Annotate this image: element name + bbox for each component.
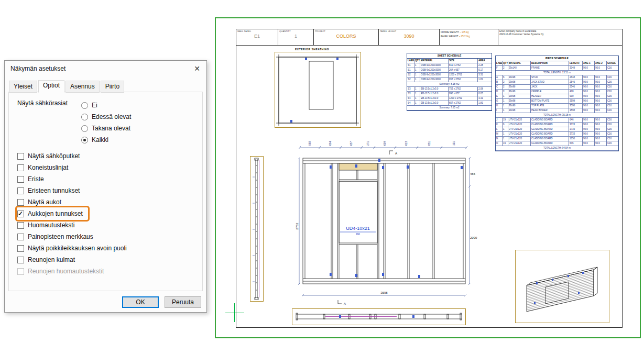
right-dimension-bottom: 2090 xyxy=(470,236,477,239)
electric-boxes-group-label: Näytä sähkörasiat xyxy=(17,99,81,146)
table-row: I139x98HEAD BINDER359890.090.0C16 xyxy=(496,108,618,113)
checkbox[interactable] xyxy=(17,211,24,217)
table-header-row: LABELQTYMATERIALDESCRIPTIONLENGTHANG 1AN… xyxy=(496,61,618,66)
titleblock-panel-height: PANEL HEIGHT 3090 xyxy=(379,29,440,45)
checkbox-row-näytä-poikkileikkauksen-avoin-puoli[interactable]: Näytä poikkileikkauksen avoin puoli xyxy=(17,242,202,254)
radio-option-kaikki[interactable]: Kaikki xyxy=(81,134,131,146)
table-row: S21OSB-9x1200x30001200 x 27623.31 xyxy=(407,73,492,78)
checkbox[interactable] xyxy=(17,153,24,160)
dialog-title: Näkymän asetukset xyxy=(10,65,66,72)
checkbox[interactable] xyxy=(17,199,24,206)
tab-optiot[interactable]: Optiot xyxy=(38,80,64,93)
checkbox-row-painopisteen-merkkaus[interactable]: Painopisteen merkkaus xyxy=(17,231,202,242)
table-row: S31EB-13.5x1.2x3.0990 x 6570.65 xyxy=(407,92,492,96)
table-row: S31EB-13.5x1.2x3.0753 x 27622.08 xyxy=(407,87,492,92)
checkbox[interactable] xyxy=(17,268,24,275)
checkbox[interactable] xyxy=(17,245,24,252)
checkbox-row-näytä-aukot[interactable]: Näytä aukot xyxy=(17,196,202,208)
checkbox-label: Näytä aukot xyxy=(28,198,61,206)
electric-boxes-section: Näytä sähkörasiat EiEdessä olevatTakana … xyxy=(17,99,202,146)
table-row: A639x98STUD264890.090.0C16 xyxy=(496,75,618,80)
panel-weight-line: PANEL WEIGHT ~ 252.3 kg xyxy=(441,35,497,38)
checkbox-row-reunojen-kulmat[interactable]: Reunojen kulmat xyxy=(17,254,202,265)
table-row: TOTAL LENGTH: 94.54 m xyxy=(496,146,618,151)
checkbox-row-aukkojen-tunnukset[interactable]: Aukkojen tunnukset xyxy=(17,208,88,219)
table-row: S11OSB-9x1200x3000264 x 6570.17 xyxy=(407,68,492,73)
titleblock-wall-panel: WALL PANEL E1 xyxy=(236,29,278,45)
checkbox[interactable] xyxy=(17,187,24,194)
electric-boxes-radio-group: EiEdessä olevatTakana olevatKaikki xyxy=(81,99,131,146)
tab-piirto[interactable]: Piirto xyxy=(101,81,124,93)
checkbox-label: Aukkojen tunnukset xyxy=(28,210,83,217)
tab-yleiset[interactable]: Yleiset xyxy=(9,81,37,93)
quantity-label: QUANTITY xyxy=(279,30,312,32)
table-row: TOTAL LENGTH: 35.18 m xyxy=(496,113,618,118)
exterior-sheathing-view xyxy=(275,52,361,128)
table-row: S41EB-13.5x1.2x3.01200 x 27623.31 xyxy=(407,96,492,101)
radio-option-takana-olevat[interactable]: Takana olevat xyxy=(81,123,131,134)
dimension-label: 657 xyxy=(350,141,353,146)
radio-circle[interactable] xyxy=(81,102,88,109)
titleblock-weights: FRAME WEIGHT ~ 175 kg PANEL WEIGHT ~ 252… xyxy=(440,29,498,45)
table-row: J19UTV-21x120CLADDING BOARD64690.090.0C1… xyxy=(496,118,618,123)
checkbox-label: Näytä poikkileikkauksen avoin puoli xyxy=(28,245,127,252)
dimension-label: 613 xyxy=(405,141,408,146)
radio-label: Kaikki xyxy=(92,136,108,143)
table-row: E139x98HEADER99090.090.0C16 xyxy=(496,94,618,99)
dimension-label: 271 xyxy=(366,141,369,146)
view-settings-dialog: Näkymän asetukset ✕ YleisetOptiotAsennus… xyxy=(4,60,207,313)
piece-schedule-table: PIECE SCHEDULELABELQTYMATERIALDESCRIPTIO… xyxy=(495,56,619,151)
radio-label: Ei xyxy=(92,102,97,109)
isometric-view xyxy=(515,250,609,323)
checkbox-row-eristeen-tunnukset[interactable]: Eristeen tunnukset xyxy=(17,185,202,196)
checkbox[interactable] xyxy=(17,164,24,171)
checkbox[interactable] xyxy=(17,176,24,183)
radio-circle[interactable] xyxy=(81,125,88,132)
table-row: L1UTV-21x120CLADDING BOARD373390.090.0C1… xyxy=(496,127,618,132)
checkbox-row-näytä-sähköputket[interactable]: Näytä sähköputket xyxy=(17,150,202,162)
section-marker-top: A xyxy=(395,152,397,155)
table-row: K6UTV-21x120CLADDING BOARD373390.090.0C1… xyxy=(496,123,618,127)
project-value: COLORS xyxy=(315,34,377,39)
top-dimension-row: 558 604 657 271 609 613 851 131 xyxy=(297,131,470,150)
table-row: O19UTV-21x120CLADDING BOARD64690.090.0C1… xyxy=(496,141,618,146)
right-dimension-top: 456 xyxy=(470,172,476,175)
sheathing-window-opening xyxy=(309,61,333,109)
tab-asennus[interactable]: Asennus xyxy=(66,81,100,93)
table-row: G139x98BOTTOM PLATE359890.090.0C16 xyxy=(496,99,618,104)
tab-strip: YleisetOptiotAsennusPiirto xyxy=(5,81,206,92)
options-checkbox-list: Näytä sähköputketKoneistuslinjatEristeEr… xyxy=(17,150,202,277)
radio-label: Edessä olevat xyxy=(92,113,131,120)
ok-button[interactable]: OK xyxy=(122,296,159,308)
checkbox-row-eriste[interactable]: Eriste xyxy=(17,173,202,185)
close-icon: ✕ xyxy=(194,64,200,73)
radio-label: Takana olevat xyxy=(92,125,130,132)
opening-type-label: UD4-10x21 xyxy=(346,226,370,231)
screen: Näkymän asetukset ✕ YleisetOptiotAsennus… xyxy=(0,0,644,343)
checkbox[interactable] xyxy=(17,234,24,240)
date-customer-line: 2023-10-28 Customer: Vertex Systems Oy xyxy=(499,33,621,36)
checkbox-label: Koneistuslinjat xyxy=(28,164,68,171)
checkbox-label: Painopisteen merkkaus xyxy=(28,233,93,240)
checkbox-row-reunojen-huomautustekstit[interactable]: Reunojen huomautustekstit xyxy=(17,265,202,277)
checkbox[interactable] xyxy=(17,257,24,263)
radio-circle[interactable] xyxy=(81,137,88,143)
dialog-titlebar[interactable]: Näkymän asetukset ✕ xyxy=(5,61,206,76)
checkbox-row-koneistuslinjat[interactable]: Koneistuslinjat xyxy=(17,162,202,173)
table-row: M1UTV-21x120CLADDING BOARD373390.090.0C1… xyxy=(496,132,618,137)
cad-viewport[interactable]: WALL PANEL E1 QUANTITY 1 PROJECT COLORS … xyxy=(215,17,641,338)
radio-option-ei[interactable]: Ei xyxy=(81,99,131,111)
table-row: N1UTV-21x120CLADDING BOARD105090.090.0C1… xyxy=(496,137,618,141)
radio-circle[interactable] xyxy=(81,114,88,120)
radio-option-edessä-olevat[interactable]: Edessä olevat xyxy=(81,111,131,123)
close-button[interactable]: ✕ xyxy=(188,61,206,76)
cancel-button[interactable]: Peruuta xyxy=(165,296,201,308)
checkbox-label: Eriste xyxy=(28,175,44,183)
checkbox[interactable] xyxy=(17,222,24,229)
dialog-button-row: OK Peruuta xyxy=(122,296,201,308)
quantity-value: 1 xyxy=(279,34,312,39)
checkbox-row-huomautusteksti[interactable]: Huomautusteksti xyxy=(17,219,202,231)
frame-elevation-view: UD4-10x21 990 2762 456 2090 3598 A A xyxy=(297,150,477,307)
dimension-label: 558 xyxy=(308,141,311,146)
table-row: C239x98JACK254690.090.0C16 xyxy=(496,85,618,90)
